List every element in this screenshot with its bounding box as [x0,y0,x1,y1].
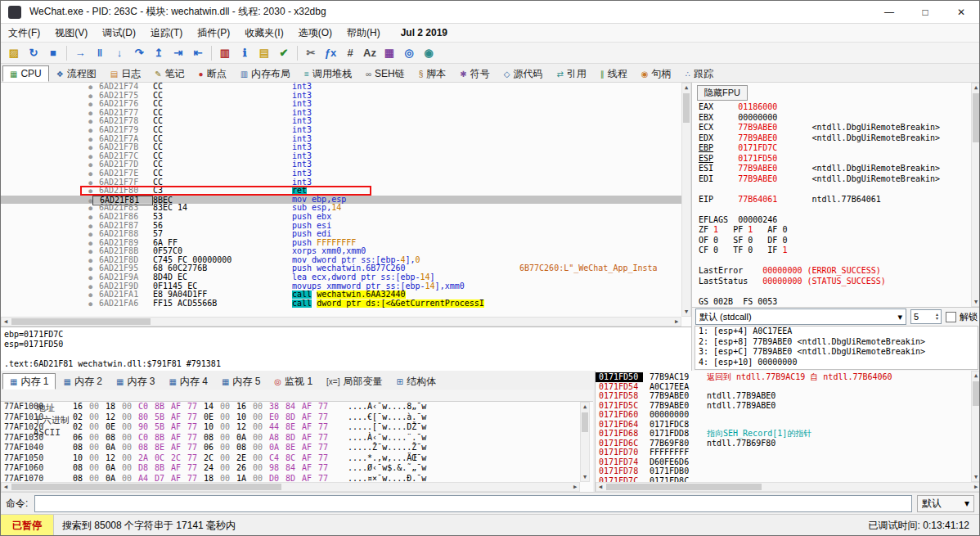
stack-hscrollbar[interactable]: ◀ ▶ [596,482,980,492]
menu-item[interactable]: 视图(V) [47,24,95,43]
scrollbar-thumb[interactable] [606,484,762,490]
register-line[interactable]: EIP 77B64061 ntdll.77B64061 [692,195,980,205]
dump-hscrollbar[interactable]: ◀ ▶ [1,482,580,492]
argument-count-spinner[interactable]: 5 ▴ ▾ [910,309,942,324]
log-tool-button[interactable]: ▤ [255,45,273,61]
tab-symbols[interactable]: ✱符号 [453,65,496,82]
scroll-up-icon[interactable]: ▲ [972,372,980,380]
tab-script[interactable]: §脚本 [412,65,453,82]
cut-trace-button[interactable]: ✂ [302,45,320,61]
register-line[interactable]: EAX 01186000 [692,102,980,113]
scroll-right-icon[interactable]: ▶ [571,483,579,491]
register-line[interactable]: LastError 00000000 (ERROR_SUCCESS) [692,266,980,277]
tab-references[interactable]: ⇄引用 [550,65,592,82]
stack-row[interactable]: 0171FD74D60FE6D6 [596,457,972,467]
bottom-tab-dump4[interactable]: ▦内存 4 [162,373,214,390]
scrollbar-thumb[interactable] [11,318,151,325]
pause-button[interactable]: ‖ [91,45,109,61]
execute-till-return-button[interactable]: ↥ [150,45,168,61]
trace-into-button[interactable]: ⇤ [189,45,207,61]
scrollbar-thumb[interactable] [11,484,281,490]
register-line[interactable]: GS 002B FS 0053 [692,297,980,308]
spin-down-icon[interactable]: ▾ [936,317,938,321]
register-line[interactable]: OF 0 SF 0 DF 0 [692,236,980,246]
minimize-button[interactable]: — [871,1,907,23]
register-line[interactable]: ECX 77B9ABE0 <ntdll.DbgUiRemoteBreakin> [692,123,980,133]
run-button[interactable]: → [71,45,89,61]
disasm-row[interactable]: ●6AD21FA6FF15 ACD5566Bcall dword ptr ds:… [1,300,681,309]
step-into-button[interactable]: ↓ [110,45,128,61]
tab-notes[interactable]: ✎笔记 [148,65,191,82]
compass-button[interactable]: ◎ [400,45,418,61]
stack-row[interactable]: 0171FD70FFFFFFFF [596,448,972,457]
step-over-button[interactable]: ↷ [130,45,148,61]
stack-row[interactable]: 0171FD6000000000 [596,410,972,420]
tab-source[interactable]: ◇源代码 [497,65,550,82]
register-line[interactable]: EDI 77B9ABE0 <ntdll.DbgUiRemoteBreakin> [692,174,980,185]
menu-item[interactable]: 选项(O) [291,24,339,43]
tab-cpu[interactable]: ▦CPU [2,65,49,82]
scrollbar-thumb[interactable] [973,93,979,142]
stop-button[interactable]: ■ [44,45,62,61]
stack-row[interactable]: 0171FD5877B9ABE0ntdll.77B9ABE0 [596,391,972,401]
stack-vscrollbar[interactable]: ▲ ▼ [971,371,980,482]
dump-row[interactable]: 77AF104008000A00088EAF77060008000A8EAF77… [1,443,580,453]
maximize-button[interactable]: □ [907,1,943,23]
scroll-down-icon[interactable]: ▼ [682,308,690,316]
dump-row[interactable]: 77AF100016001800C08BAF77140016003884AF77… [1,402,580,412]
menu-item[interactable]: 收藏夹(I) [237,24,290,43]
register-line[interactable]: CF 0 TF 0 IF 1 [692,245,980,256]
register-line[interactable]: LastStatus 00000000 (STATUS_SUCCESS) [692,277,980,287]
dump-row[interactable]: 77AF106008000A00D88BAF77240026009884AF77… [1,463,580,474]
register-line[interactable]: ZF 1 PF 1 AF 0 [692,225,980,236]
dump-vscrollbar[interactable]: ▲ ▼ [580,402,590,482]
dump-row[interactable]: 77AF102002000E00905BAF7710001200448EAF77… [1,422,580,433]
menu-item[interactable]: 插件(P) [190,24,237,43]
bottom-tab-locals[interactable]: [x=]局部变量 [320,373,389,390]
scrollbar-thumb[interactable] [582,412,588,432]
tab-seh[interactable]: ∞SEH链 [359,65,411,82]
bottom-tab-dump2[interactable]: ▦内存 2 [56,373,108,390]
register-line[interactable] [692,184,980,195]
stack-row[interactable]: 0171FD5C77B9ABE0ntdll.77B9ABE0 [596,401,972,411]
menu-item[interactable]: 帮助(H) [339,24,388,43]
tab-memory-map[interactable]: ▥内存布局 [234,65,297,82]
scrollbar-thumb[interactable] [973,381,979,406]
tab-trace[interactable]: ∴跟踪 [679,65,720,82]
register-line[interactable] [692,256,980,267]
preferences-button[interactable]: ◉ [420,45,438,61]
dump-row[interactable]: 77AF1050100012002A0C2C772C002E00C48CAF77… [1,453,580,464]
menu-item[interactable]: 追踪(T) [143,24,190,43]
favourites-button[interactable]: ✔ [275,45,293,61]
dump-row[interactable]: 77AF101002001200805BAF770E001000E08DAF77… [1,412,580,423]
unlock-checkbox[interactable]: 解锁 [946,311,978,323]
registers-vscrollbar[interactable]: ▲ ▼ [971,83,980,307]
bottom-tab-dump5[interactable]: ▦内存 5 [215,373,267,390]
menu-item[interactable]: 文件(F) [1,24,47,43]
run-to-user-code-button[interactable]: ⇥ [169,45,187,61]
memory-map-tool-button[interactable]: ▦ [380,45,398,61]
calculator-button[interactable]: ƒx [321,45,339,61]
calling-convention-select[interactable]: 默认 (stdcall) ▾ [695,309,906,325]
checkbox-icon[interactable] [946,312,956,322]
scroll-up-icon[interactable]: ▲ [682,83,690,92]
open-file-button[interactable]: ▨ [5,45,23,61]
scroll-left-icon[interactable]: ◀ [2,318,10,326]
tab-graph[interactable]: ❖流程图 [50,65,103,82]
case-convert-button[interactable]: Az [361,45,379,61]
register-line[interactable]: ESP 0171FD50 [692,154,980,164]
stack-row[interactable]: 0171FD780171FDB0 [596,466,972,476]
tab-log[interactable]: ▤日志 [104,65,147,82]
scroll-left-icon[interactable]: ◀ [596,483,605,491]
disasm-row[interactable]: ●6AD21F79CCint3 [1,126,681,135]
stack-row[interactable]: 0171FD6C77B69F80ntdll.77B69F80 [596,439,972,448]
register-line[interactable]: ESI 77B9ABE0 <ntdll.DbgUiRemoteBreakin> [692,164,980,174]
command-profile-select[interactable]: 默认 ▾ [917,495,974,512]
disasm-row[interactable]: ●6AD21F74CCint3 [1,83,681,92]
stack-row[interactable]: 0171FD640171FDC8 [596,420,972,430]
scroll-up-icon[interactable]: ▲ [972,83,980,92]
disassembly-vscrollbar[interactable]: ▲ ▼ [681,83,691,317]
bottom-tab-dump3[interactable]: ▦内存 3 [110,373,161,390]
scroll-down-icon[interactable]: ▼ [972,473,980,481]
disassembly-hscrollbar[interactable]: ◀ ▶ [1,317,681,327]
